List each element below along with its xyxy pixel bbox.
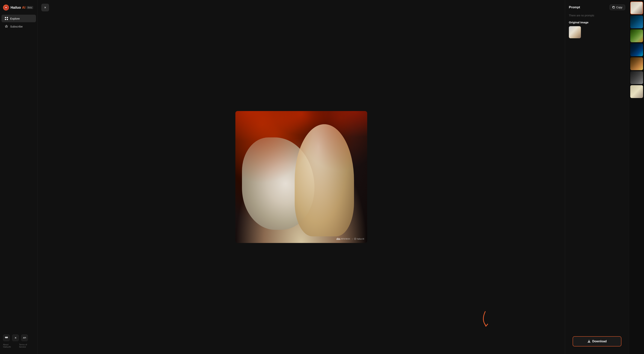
sidebar-item-explore[interactable]: Explore <box>2 15 36 22</box>
no-prompts-text: There are no prompts <box>569 14 625 17</box>
svg-rect-2 <box>7 17 8 18</box>
svg-rect-1 <box>5 17 6 18</box>
svg-rect-9 <box>339 238 339 240</box>
copy-icon <box>612 6 615 9</box>
thumbnail-4[interactable] <box>630 43 643 56</box>
original-image-thumbnail[interactable] <box>569 26 581 38</box>
main-content: × <box>38 0 565 354</box>
minimax-watermark: MINIMAX <box>336 238 350 240</box>
thumbnail-7[interactable] <box>630 85 643 98</box>
thumbnail-1[interactable] <box>630 2 643 14</box>
original-image-title: Original Image <box>569 21 625 24</box>
svg-rect-10 <box>339 238 340 240</box>
download-icon <box>587 340 591 343</box>
sidebar-item-subscribe[interactable]: Subscribe <box>2 23 36 30</box>
close-icon: × <box>44 6 46 10</box>
prompt-title: Prompt <box>569 6 580 9</box>
svg-rect-4 <box>7 19 8 20</box>
about-link[interactable]: About HailuoAI <box>3 343 17 348</box>
grid-icon <box>4 17 8 20</box>
svg-rect-5 <box>336 238 337 240</box>
discord-button[interactable] <box>3 334 10 341</box>
sidebar-nav: Explore Subscribe <box>0 14 38 31</box>
twitter-button[interactable]: ✕ <box>12 334 19 341</box>
original-image-section: Original Image <box>569 21 625 38</box>
hailuo-watermark: hailuo AI <box>354 238 364 240</box>
svg-rect-7 <box>338 238 338 240</box>
main-image-display: MINIMAX | hailuo AI <box>236 111 367 243</box>
sidebar-bottom: ✕ API About HailuoAI Terms of Service <box>0 331 38 351</box>
terms-link[interactable]: Terms of Service <box>19 343 34 348</box>
right-panel: Prompt Copy There are no prompts Origina… <box>565 0 629 354</box>
thumbnail-3[interactable] <box>630 30 643 42</box>
thumbnail-6[interactable] <box>630 71 643 84</box>
image-watermark: MINIMAX | hailuo AI <box>336 238 364 240</box>
explore-label: Explore <box>10 17 20 20</box>
api-button[interactable]: API <box>21 334 28 341</box>
star-icon <box>4 25 8 28</box>
svg-rect-11 <box>340 238 340 240</box>
social-icons: ✕ API <box>3 334 34 341</box>
thumbnail-strip <box>629 0 644 354</box>
scene-child <box>295 124 354 236</box>
sidebar: Hailuo AI Beta Explore Subscri <box>0 0 38 354</box>
svg-rect-6 <box>337 238 338 240</box>
download-label: Download <box>592 340 606 343</box>
image-canvas: MINIMAX | hailuo AI <box>236 111 367 243</box>
app-name-text: Hailuo <box>10 6 21 10</box>
modal-area: × <box>38 0 565 354</box>
original-thumb-img <box>569 26 581 38</box>
thumbnail-5[interactable] <box>630 57 643 70</box>
app-name-suffix: AI <box>22 6 26 10</box>
app-name: Hailuo AI Beta <box>10 6 33 10</box>
logo-area: Hailuo AI Beta <box>0 3 38 14</box>
beta-badge: Beta <box>26 6 33 9</box>
subscribe-label: Subscribe <box>10 25 23 28</box>
download-area: Download <box>569 333 625 349</box>
download-button[interactable]: Download <box>573 336 622 346</box>
arrow-indicator <box>475 308 496 333</box>
panel-header: Prompt Copy <box>569 5 625 10</box>
svg-rect-3 <box>5 19 6 20</box>
close-button[interactable]: × <box>42 4 49 11</box>
svg-rect-13 <box>613 7 614 8</box>
app-logo-icon <box>3 5 9 11</box>
copy-button[interactable]: Copy <box>610 5 625 10</box>
svg-rect-8 <box>338 238 338 240</box>
footer-links: About HailuoAI Terms of Service <box>3 343 34 348</box>
thumbnail-2[interactable] <box>630 16 643 28</box>
